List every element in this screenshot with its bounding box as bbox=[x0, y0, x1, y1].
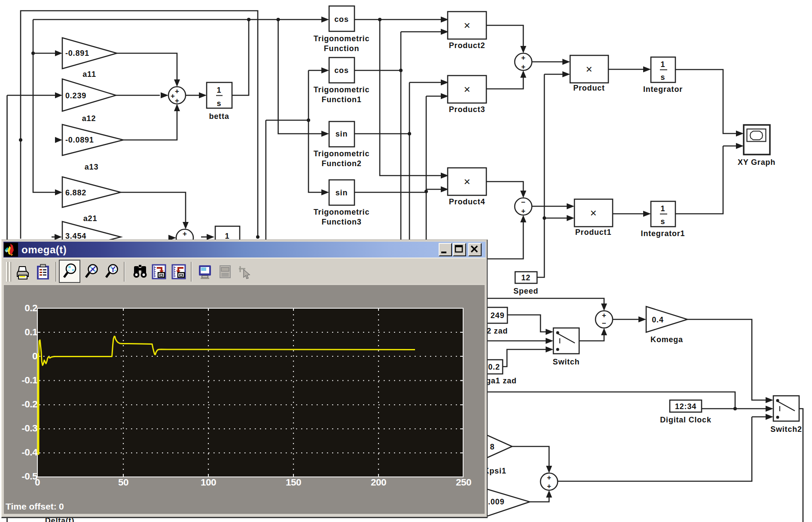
svg-text:Komega: Komega bbox=[650, 335, 683, 344]
svg-text:0.4: 0.4 bbox=[652, 316, 663, 324]
svg-text:1: 1 bbox=[225, 232, 230, 240]
svg-text:×: × bbox=[586, 63, 592, 76]
svg-text:-0.891: -0.891 bbox=[65, 49, 89, 58]
svg-text:+: + bbox=[521, 54, 525, 62]
svg-text:.009: .009 bbox=[488, 498, 504, 506]
svg-text:sin: sin bbox=[336, 130, 348, 138]
svg-text:Trigonometric: Trigonometric bbox=[314, 208, 369, 216]
svg-text:Product4: Product4 bbox=[449, 197, 485, 206]
svg-text:Function2: Function2 bbox=[321, 159, 361, 168]
svg-text:Speed: Speed bbox=[513, 287, 538, 295]
svg-text:s: s bbox=[661, 217, 665, 226]
svg-text:a13: a13 bbox=[85, 163, 98, 171]
svg-text:×: × bbox=[464, 19, 470, 32]
svg-text:1: 1 bbox=[217, 86, 222, 94]
svg-text:200: 200 bbox=[371, 477, 386, 488]
svg-text:Trigonometric: Trigonometric bbox=[314, 85, 369, 94]
svg-text:100: 100 bbox=[201, 477, 216, 488]
svg-text:−: − bbox=[602, 319, 606, 328]
svg-text:s: s bbox=[217, 99, 222, 108]
svg-text:0.2: 0.2 bbox=[24, 303, 37, 313]
svg-text:Integrator: Integrator bbox=[643, 85, 683, 94]
svg-text:+: + bbox=[521, 63, 525, 71]
svg-text:+: + bbox=[175, 87, 179, 95]
svg-text:Product: Product bbox=[573, 84, 605, 92]
svg-text:150: 150 bbox=[286, 477, 301, 488]
svg-text:Trigonometric: Trigonometric bbox=[314, 34, 369, 43]
svg-text:ga1 zad: ga1 zad bbox=[486, 376, 517, 385]
svg-text:−: − bbox=[521, 198, 525, 206]
svg-text:-0.1: -0.1 bbox=[21, 375, 37, 385]
svg-text:2 zad: 2 zad bbox=[487, 327, 508, 335]
svg-text:cos: cos bbox=[334, 15, 348, 24]
svg-text:betta: betta bbox=[209, 112, 229, 121]
svg-text:sin: sin bbox=[336, 188, 348, 197]
svg-text:×: × bbox=[464, 83, 470, 96]
svg-text:8: 8 bbox=[490, 443, 495, 451]
svg-text:12:34: 12:34 bbox=[675, 402, 696, 411]
svg-text:+: + bbox=[521, 207, 525, 215]
svg-text:0: 0 bbox=[59, 501, 64, 511]
svg-text:Function1: Function1 bbox=[321, 95, 361, 104]
svg-text:+: + bbox=[602, 311, 606, 319]
svg-text:0: 0 bbox=[35, 477, 40, 488]
svg-text:Product2: Product2 bbox=[449, 41, 485, 50]
svg-text:-0.2: -0.2 bbox=[21, 399, 37, 410]
svg-text:Product3: Product3 bbox=[449, 105, 485, 114]
svg-text:-0.4: -0.4 bbox=[21, 447, 38, 458]
svg-text:0: 0 bbox=[32, 351, 37, 361]
svg-text:Time offset:: Time offset: bbox=[6, 501, 57, 511]
svg-text:Switch2: Switch2 bbox=[770, 425, 802, 434]
svg-text:×: × bbox=[590, 206, 596, 219]
svg-text:249: 249 bbox=[491, 311, 504, 320]
svg-text:1: 1 bbox=[661, 60, 665, 69]
svg-text:0.239: 0.239 bbox=[65, 91, 86, 100]
svg-text:a21: a21 bbox=[83, 214, 97, 223]
svg-text:+: + bbox=[547, 482, 551, 490]
svg-text:×: × bbox=[464, 175, 470, 188]
svg-text:250: 250 bbox=[456, 477, 471, 488]
svg-text:50: 50 bbox=[118, 477, 128, 488]
svg-text:XY Graph: XY Graph bbox=[738, 158, 775, 167]
svg-text:+: + bbox=[547, 473, 551, 482]
svg-text:Function: Function bbox=[324, 44, 359, 53]
svg-text:0.2: 0.2 bbox=[488, 363, 500, 371]
svg-text:Integrator1: Integrator1 bbox=[641, 229, 685, 238]
svg-text:a12: a12 bbox=[82, 114, 96, 123]
svg-text:3.454: 3.454 bbox=[65, 232, 86, 240]
svg-text:1: 1 bbox=[661, 204, 665, 213]
svg-text:6.882: 6.882 bbox=[65, 188, 86, 197]
svg-text:Switch: Switch bbox=[553, 358, 580, 366]
svg-text:Product1: Product1 bbox=[575, 228, 611, 237]
svg-text:12: 12 bbox=[521, 273, 531, 282]
svg-text:-0.0891: -0.0891 bbox=[65, 136, 94, 144]
svg-text:a11: a11 bbox=[82, 70, 96, 79]
svg-text:cos: cos bbox=[334, 66, 348, 75]
svg-text:0.1: 0.1 bbox=[24, 327, 37, 337]
svg-text:+: + bbox=[171, 92, 175, 100]
svg-text:+: + bbox=[183, 230, 187, 238]
svg-text:-0.3: -0.3 bbox=[21, 423, 37, 434]
svg-text:Digital Clock: Digital Clock bbox=[660, 416, 711, 424]
svg-text:s: s bbox=[661, 73, 665, 82]
svg-text:Function3: Function3 bbox=[321, 218, 361, 226]
svg-text:+: + bbox=[175, 97, 179, 105]
svg-text:Trigonometric: Trigonometric bbox=[314, 149, 369, 158]
